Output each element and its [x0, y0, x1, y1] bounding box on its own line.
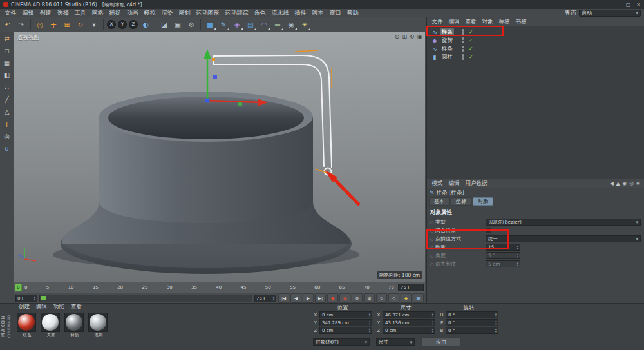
- attr-number-5[interactable]: 5 °▴▾: [486, 252, 520, 259]
- end-frame-field[interactable]: 75 F ▴▾: [254, 295, 276, 302]
- object-menu-3[interactable]: 查看: [462, 18, 479, 26]
- live-selection-button[interactable]: ◎: [33, 19, 46, 31]
- coord-field[interactable]: 0 °▴▾: [446, 311, 498, 318]
- convert-object-button[interactable]: ⇄: [1, 34, 13, 44]
- spin-down-icon[interactable]: ▾: [432, 331, 433, 333]
- materials-menu-1[interactable]: 创建: [15, 303, 33, 311]
- menubar-item-16[interactable]: 插件: [292, 9, 309, 17]
- keyframe-dot-icon[interactable]: ○: [430, 253, 435, 258]
- camera-object-button[interactable]: ◉: [285, 19, 298, 31]
- edges-mode-button[interactable]: ╱: [1, 95, 13, 105]
- render-settings-button[interactable]: ⚙: [185, 19, 198, 31]
- record-position-button[interactable]: ⊕: [352, 293, 363, 303]
- menubar-item-9[interactable]: 模拟: [141, 9, 158, 17]
- menubar-item-18[interactable]: 窗口: [327, 9, 344, 17]
- menubar-item-13[interactable]: 运动跟踪: [222, 9, 251, 17]
- undo-button[interactable]: ↶: [1, 19, 14, 31]
- record-scale-button[interactable]: ⊞: [364, 293, 375, 303]
- spin-down-icon[interactable]: ▾: [432, 323, 433, 326]
- menubar-item-10[interactable]: 渲染: [158, 9, 176, 17]
- scale-button[interactable]: ⊞: [61, 19, 73, 31]
- menubar-item-12[interactable]: 运动图形: [193, 9, 222, 17]
- apply-button[interactable]: 应用: [421, 337, 461, 347]
- coordinate-system-button[interactable]: ◐: [139, 19, 152, 31]
- enabled-check-icon[interactable]: ✓: [469, 37, 473, 43]
- keyframe-selection-button[interactable]: ◆: [401, 293, 412, 303]
- spin-down-icon[interactable]: ▾: [495, 315, 497, 318]
- move-button[interactable]: +: [47, 19, 60, 31]
- menubar-item-2[interactable]: 编辑: [19, 9, 37, 17]
- menubar-item-8[interactable]: 动画: [124, 9, 141, 17]
- spline-pen-button[interactable]: ✎: [217, 19, 230, 31]
- record-parameter-button[interactable]: ◇: [388, 293, 399, 303]
- light-object-button[interactable]: ☀: [298, 19, 311, 31]
- menubar-item-17[interactable]: 脚本: [309, 9, 327, 17]
- lock-y-button[interactable]: Y: [118, 20, 127, 29]
- object-menu-6[interactable]: 书签: [513, 18, 529, 26]
- focus-icon[interactable]: ◎: [629, 180, 634, 186]
- workplane-mode-button[interactable]: ◧: [1, 70, 13, 81]
- record-rotation-button[interactable]: ↻: [376, 293, 387, 303]
- last-tool-button[interactable]: ▾: [88, 19, 100, 31]
- attr-tab-基本[interactable]: 基本: [429, 197, 450, 206]
- previous-frame-button[interactable]: ◀: [290, 293, 301, 303]
- material-item[interactable]: 材质: [64, 313, 85, 338]
- object-row-3[interactable]: ∿样条✓: [427, 44, 644, 53]
- pan-view-icon[interactable]: ⊕: [395, 34, 400, 40]
- keyframe-dot-icon[interactable]: ○: [430, 245, 435, 249]
- visibility-dots-icon[interactable]: [462, 37, 464, 43]
- coord-field[interactable]: 43.136 cm▴▾: [383, 319, 435, 326]
- lock-x-button[interactable]: X: [107, 20, 116, 29]
- attr-tab-对象[interactable]: 对象: [473, 197, 493, 206]
- render-picture-viewer-button[interactable]: ▣: [171, 19, 184, 31]
- menubar-item-14[interactable]: 角色: [251, 9, 269, 17]
- layout-preset-select[interactable]: 启动 ▾: [579, 10, 641, 17]
- preview-range-slider[interactable]: [39, 295, 252, 302]
- model-mode-button[interactable]: ◻: [1, 46, 13, 56]
- rotate-view-icon[interactable]: ↻: [410, 34, 415, 40]
- coord-field[interactable]: 0 cm▴▾: [319, 327, 372, 334]
- coord-field[interactable]: 347.289 cm▴▾: [319, 319, 372, 326]
- menubar-item-7[interactable]: 捕捉: [106, 9, 124, 17]
- viewport-canvas[interactable]: 透视视图 ⊕⊞↻▣ 网格间距: 100 cm: [14, 32, 425, 282]
- menubar-item-11[interactable]: 雕刻: [176, 9, 193, 17]
- pla-options-button[interactable]: ▦: [413, 293, 424, 303]
- menubar-item-19[interactable]: 帮助: [344, 9, 361, 17]
- subdivision-surface-button[interactable]: ◈: [231, 19, 243, 31]
- spin-down-icon[interactable]: ▾: [432, 315, 433, 318]
- coord-mode-select[interactable]: 对象(相对) ▾: [313, 338, 370, 346]
- material-item[interactable]: 红色: [17, 313, 37, 338]
- object-menu-2[interactable]: 编辑: [446, 18, 462, 26]
- menubar-item-15[interactable]: 流水线: [269, 9, 292, 17]
- attr-number-4[interactable]: 15▴▾: [486, 244, 520, 251]
- menubar-item-6[interactable]: 网格: [89, 9, 106, 17]
- object-row-4[interactable]: ▮圆柱✓: [427, 53, 644, 61]
- materials-menu-3[interactable]: 功能: [50, 303, 68, 311]
- keyframe-dot-icon[interactable]: ○: [430, 220, 435, 224]
- visibility-dots-icon[interactable]: [462, 54, 464, 60]
- search-icon[interactable]: ◉: [623, 180, 627, 186]
- material-item[interactable]: 透明: [88, 313, 109, 338]
- materials-menu-4[interactable]: 查看: [68, 303, 85, 311]
- render-view-button[interactable]: ◪: [158, 19, 171, 31]
- keyframe-dot-icon[interactable]: ○: [430, 228, 435, 233]
- close-button[interactable]: ✕: [636, 2, 641, 8]
- texture-mode-button[interactable]: ▦: [1, 58, 13, 68]
- spin-down-icon[interactable]: ▾: [369, 323, 370, 326]
- coord-field[interactable]: 0 °▴▾: [446, 319, 498, 326]
- points-mode-button[interactable]: ∷: [1, 83, 13, 93]
- spin-down-icon[interactable]: ▾: [369, 315, 370, 318]
- object-menu-4[interactable]: 对象: [479, 18, 496, 26]
- spin-down-icon[interactable]: ▾: [369, 331, 370, 333]
- up-icon[interactable]: ▲: [616, 180, 620, 186]
- snap-settings-button[interactable]: ∪: [1, 144, 13, 154]
- minimize-button[interactable]: —: [615, 2, 620, 8]
- goto-start-button[interactable]: |◀: [278, 293, 289, 303]
- visibility-dots-icon[interactable]: [462, 29, 464, 35]
- toggle-view-icon[interactable]: ▣: [417, 34, 422, 40]
- enabled-check-icon[interactable]: ✓: [469, 46, 473, 52]
- coord-field[interactable]: 0 cm▴▾: [383, 327, 435, 334]
- goto-end-button[interactable]: ▶|: [315, 293, 326, 303]
- autokey-button[interactable]: ◉: [339, 293, 350, 303]
- playhead-marker[interactable]: 0: [15, 284, 22, 291]
